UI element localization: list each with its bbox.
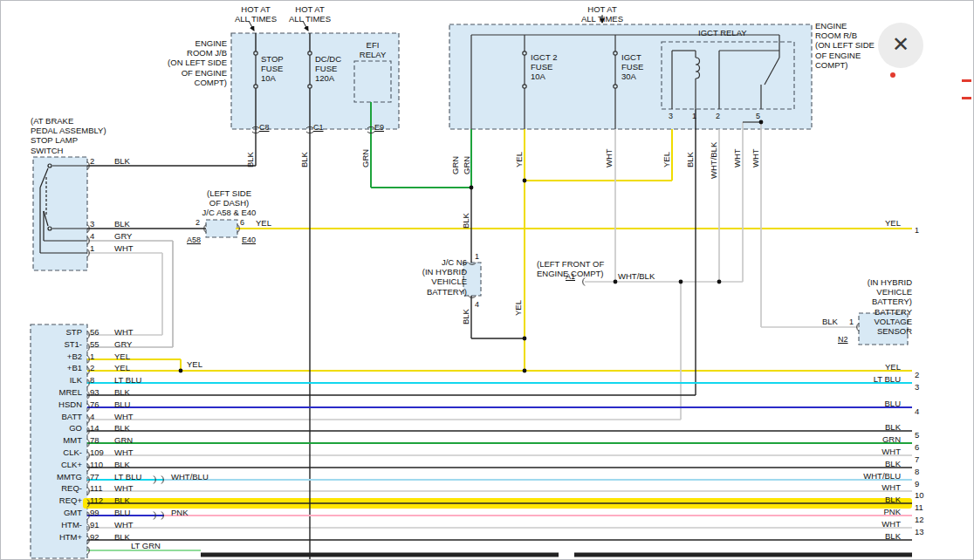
connector-e40: E40 [242,236,256,244]
connector-a58: A58 [187,236,201,244]
wires-green [87,102,912,443]
connector-a1: A1 [566,272,575,281]
close-button[interactable]: ✕ [878,23,923,68]
wire-color-label: WHT/BLK [709,142,718,179]
engine-room-jb-label: ENGINE ROOM J/B (ON LEFT SIDE OF ENGINE … [161,38,227,87]
wiring-diagram-page: HOT AT ALL TIMES HOT AT ALL TIMES HOT AT… [0,0,974,560]
connector-c8: C8 [259,123,270,132]
dcdc-fuse-label: DC/DC FUSE 120A [315,54,353,84]
red-marker [962,79,971,82]
relay-pin-1: 1 [692,112,696,120]
igct-relay-label: IGCT RELAY [698,28,768,38]
igct-fuse-label: IGCT FUSE 30A [621,52,658,82]
edge-wire-color: YEL [829,218,901,228]
wire-color-label: WHT [732,148,742,167]
pin-number: 1 [475,252,479,261]
pin-number: 2 [195,218,200,227]
edge-wire-number: 1 [915,226,919,235]
hot-label-1: HOT AT ALL TIMES [225,4,286,24]
wire-color-label: YEL [256,218,271,228]
wire-color-label: BLK [822,317,838,326]
hot-label-3: HOT AT ALL TIMES [572,4,633,24]
hot-label-2: HOT AT ALL TIMES [279,4,340,24]
wire-color-label: GRN [360,149,370,167]
wire-color-label: YEL [514,152,524,167]
wire-color-label: GRN [462,156,471,174]
wire-color-label: BLK [299,152,309,167]
wire-color-label: BLK [685,152,695,167]
efi-relay-box [354,61,391,102]
left-front-label: (LEFT FRONT OF ENGINE COMPT) [537,259,620,278]
igct-relay-box [662,42,794,109]
connector-c1: C1 [313,123,324,132]
wire-color-label: BLK [245,152,255,167]
wire-color-label: BLK [461,309,470,324]
igct2-fuse-label: IGCT 2 FUSE 10A [531,52,571,82]
relay-pin-3: 3 [669,112,673,120]
relay-pin-5: 5 [756,112,760,120]
wire-color-label: YEL [187,359,202,369]
relay-pin-2: 2 [716,112,720,120]
wiring-canvas [0,0,974,560]
pin-number: 1 [849,318,854,326]
jc-a58-e40-box [206,220,237,237]
wires-white [87,122,912,528]
pin-number: 6 [240,218,244,227]
wire-color-label: BLK [461,213,470,229]
wire-color-label: YEL [513,300,523,316]
jc-n6-label: J/C N6 (IN HYBRID VEHICLE BATTERY) [393,257,467,297]
stop-lamp-switch-label: (AT BRAKE PEDAL ASSEMBLY) STOP LAMP SWIT… [31,116,122,155]
wire-color-label: WHT/BLK [618,271,655,281]
wire-color-label: WHT [751,148,760,167]
ecu-box [31,324,87,558]
red-dot-marker [890,72,895,78]
jc-a58-e40-label: (LEFT SIDE OF DASH) J/C A58 & E40 [183,188,275,218]
stop-fuse-label: STOP FUSE 10A [261,54,298,84]
engine-room-rb-label: ENGINE ROOM R/B (ON LEFT SIDE OF ENGINE … [815,21,887,70]
close-icon: ✕ [892,32,909,56]
connector-e9: E9 [374,123,384,132]
connector-n2: N2 [838,335,848,344]
wire-color-label: GRN [450,156,460,174]
wire-color-label: YEL [662,152,671,167]
wires-gray [87,241,173,347]
battery-sensor-label: (IN HYBRID VEHICLE BATTERY) BATTERY VOLT… [838,277,912,336]
red-marker [962,97,971,99]
wire-color-label: WHT [604,148,614,167]
pin-number: 4 [475,300,479,309]
efi-relay-label: EFI RELAY [355,40,390,59]
wire-color-label: LT GRN [131,541,161,550]
